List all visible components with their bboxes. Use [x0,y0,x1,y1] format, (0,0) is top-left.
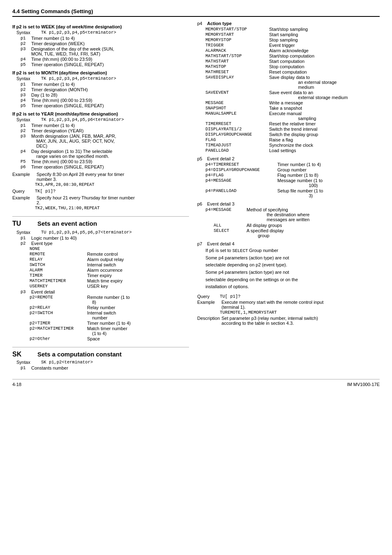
syntax-label-tu: Syntax [16,230,37,235]
p5-section: p5 Event detail 2 p4=TIMERRESETTimer num… [197,156,380,198]
week-section-title: If p2 is set to WEEK (day of week/time d… [12,24,189,29]
year-syntax-code: TK p1,p2,p3,p4,p5,p6<terminator> [41,117,124,122]
p6-section: p6 Event detail 3 p4=MESSAGEMethod of sp… [197,201,380,238]
p7-title: Event detail 4 [207,241,235,246]
tu-section: TU Sets an event action Syntax TU p1,p2,… [12,216,189,341]
p5-title: Event detail 2 [207,156,235,161]
syntax-label-year: Syntax [16,117,37,122]
sk-section: SK Sets a computation constant Syntax SK… [12,347,189,370]
tu-query: Query TU[ p1]? Example Execute memory st… [197,294,380,326]
left-column: If p2 is set to WEEK (day of week/time d… [12,21,189,371]
tu-syntax-code: TU p1,p2,p3,p4,p5,p6,p7<terminator> [41,230,132,235]
week-syntax-code: TK p1,p2,p3,p4,p5<terminator> [41,30,116,35]
p7-text: If p6 is set to SELECT Group number Some… [205,247,380,291]
right-column: p4 Action type MEMORYSTART/STOPStart/sto… [197,21,380,371]
month-section-title: If p2 is set to MONTH (day/time designat… [12,70,189,75]
year-example2: Example Specify hour 21 every Thursday f… [12,195,189,210]
syntax-label-sk: Syntax [16,360,37,365]
p6-title: Event detail 3 [207,201,235,206]
page-header: 4.4 Setting Commands (Setting) [12,8,380,17]
year-section: If p2 is set to YEAR (month/day/time des… [12,111,189,169]
footer-doc: IM MV1000-17E [347,382,380,387]
month-syntax-code: TK p1,p2,p3,p4,p5<terminator> [41,76,116,81]
week-section: If p2 is set to WEEK (day of week/time d… [12,24,189,67]
sk-code: SK [12,351,31,358]
p4-section: p4 Action type MEMORYSTART/STOPStart/sto… [197,21,380,153]
month-section: If p2 is set to MONTH (day/time designat… [12,70,189,108]
sk-title: Sets a computation constant [37,351,122,358]
footer-page: 4-18 [12,382,21,387]
footer: 4-18 IM MV1000-17E [12,379,380,387]
year-section-title: If p2 is set to YEAR (month/day/time des… [12,111,189,116]
year-query1: Query TK[ p1]? [12,189,189,194]
tu-code: TU [12,220,31,227]
tu-title: Sets an event action [37,220,97,227]
syntax-label-month: Syntax [16,76,37,81]
syntax-label-week: Syntax [16,30,37,35]
year-example1: Example Specify 8:30 on April 28 every y… [12,172,189,187]
sk-syntax-code: SK p1,p2<terminator> [41,360,93,365]
p7-section: p7 Event detail 4 If p6 is set to SELECT… [197,241,380,291]
action-type-label: Action type [207,21,232,26]
